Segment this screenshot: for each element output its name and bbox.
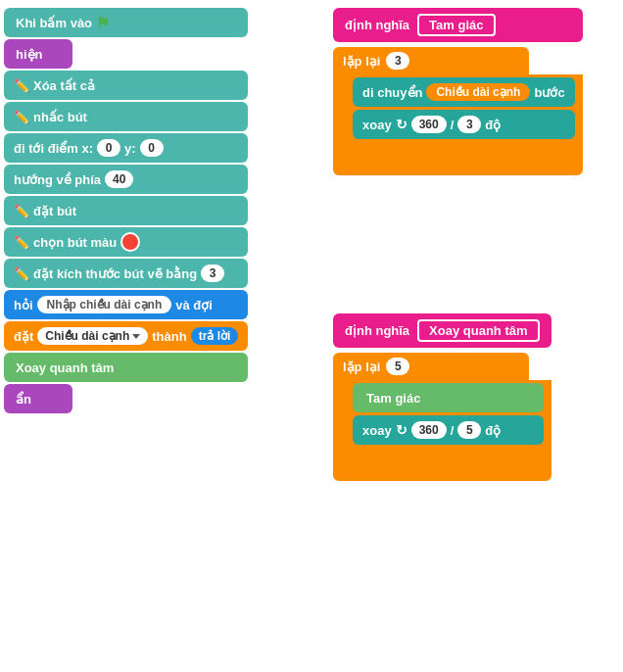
define-rotate-section: định nghĩa Xoay quanh tâm lặp lại 5 Tam …: [333, 313, 551, 481]
set-variable-block[interactable]: đặt Chiều dài cạnh thành trả lời: [4, 321, 248, 351]
pen-up-label: nhấc bút: [33, 110, 87, 124]
return-arrow-bottom: ↩: [515, 452, 542, 477]
when-flag-clicked-block[interactable]: Khi bấm vào ⚑: [4, 8, 248, 37]
set-pen-color-block[interactable]: ✏️ chọn bút màu: [4, 227, 248, 257]
loop-rotate-wrapper: lặp lại 5 Tam giác xoay ↻ 360 / 5 độ: [333, 353, 551, 481]
turn-bottom-den[interactable]: 5: [457, 421, 481, 439]
move-label: di chuyển: [362, 85, 422, 100]
point-direction-block[interactable]: hướng về phía 40: [4, 165, 248, 194]
turn-top-num[interactable]: 360: [411, 116, 447, 133]
flag-icon: ⚑: [96, 14, 110, 32]
loop-bottom-count[interactable]: 5: [386, 358, 409, 375]
pen-size-label: đặt kích thước bút vẽ bằng: [33, 266, 197, 281]
set-pen-size-block[interactable]: ✏️ đặt kích thước bút vẽ bằng 3: [4, 259, 248, 288]
slash-top: /: [451, 118, 455, 132]
hide-block[interactable]: ẩn: [4, 384, 72, 413]
loop-triangle-header[interactable]: lặp lại 3: [333, 47, 529, 74]
rotate-center-label: Xoay quanh tâm: [16, 360, 114, 375]
rotate-center-block[interactable]: Xoay quanh tâm: [4, 353, 248, 382]
define-triangle-block[interactable]: định nghĩa Tam giác: [333, 8, 583, 42]
pencil-icon-9: ✏️: [14, 266, 29, 281]
set-middle: thành: [152, 329, 186, 344]
move-suffix: bước: [534, 85, 564, 100]
y-label: y:: [124, 141, 136, 156]
loop-triangle-footer: ↩: [333, 142, 583, 175]
answer-input[interactable]: trả lời: [191, 327, 239, 345]
turn-bottom-label: xoay: [362, 423, 392, 438]
y-input[interactable]: 0: [140, 139, 164, 157]
define-rotate-block[interactable]: định nghĩa Xoay quanh tâm: [333, 313, 551, 348]
ask-suffix: và đợi: [175, 298, 213, 312]
loop-triangle-wrapper: lặp lại 3 di chuyển Chiều dài cạnh bước …: [333, 47, 583, 175]
set-label: đặt: [14, 329, 33, 344]
variable-name: Chiều dài cạnh: [45, 329, 129, 343]
move-block[interactable]: di chuyển Chiều dài cạnh bước: [353, 77, 575, 107]
chevron-down-icon: [132, 334, 140, 339]
call-triangle-block[interactable]: Tam giác: [353, 383, 544, 412]
pencil-icon-3: ✏️: [14, 78, 29, 93]
clear-block[interactable]: ✏️ Xóa tất cả: [4, 71, 248, 100]
pen-size-value[interactable]: 3: [201, 264, 224, 282]
loop-top-label: lặp lại: [343, 54, 380, 69]
triangle-name: Tam giác: [417, 14, 495, 36]
loop-rotate-footer: ↩: [333, 448, 551, 481]
goto-label: đi tới điểm x:: [14, 141, 93, 156]
turn-top-label: xoay: [362, 118, 392, 132]
pen-up-block[interactable]: ✏️ nhấc bút: [4, 102, 248, 131]
rotate-name: Xoay quanh tâm: [417, 319, 539, 342]
loop-bottom-label: lặp lại: [343, 360, 380, 374]
pen-color-label: chọn bút màu: [33, 235, 117, 250]
turn-top-den[interactable]: 3: [457, 116, 481, 133]
ask-input[interactable]: Nhập chiều dài cạnh: [37, 296, 172, 313]
turn-top-suffix: độ: [485, 118, 501, 132]
variable-dropdown[interactable]: Chiều dài cạnh: [37, 327, 148, 345]
turn-block-top[interactable]: xoay ↻ 360 / 3 độ: [353, 110, 575, 139]
direction-value[interactable]: 40: [105, 170, 133, 188]
show-label: hiện: [16, 47, 43, 62]
hide-label: ẩn: [16, 392, 31, 407]
turn-bottom-num[interactable]: 360: [411, 421, 447, 439]
left-column: Khi bấm vào ⚑ hiện ✏️ Xóa tất cả ✏️ nhấc…: [4, 8, 248, 413]
show-block[interactable]: hiện: [4, 39, 72, 69]
loop-rotate-body: Tam giác xoay ↻ 360 / 5 độ: [333, 380, 551, 448]
pencil-icon-4: ✏️: [14, 110, 29, 124]
pen-down-block[interactable]: ✏️ đặt bút: [4, 196, 248, 225]
when-label: Khi bấm vào: [16, 16, 92, 30]
clear-label: Xóa tất cả: [33, 78, 95, 93]
define-top-label: định nghĩa: [345, 18, 409, 32]
define-triangle-section: định nghĩa Tam giác lặp lại 3 di chuyển …: [333, 8, 583, 175]
turn-bottom-suffix: độ: [485, 423, 501, 438]
direction-label: hướng về phía: [14, 172, 101, 187]
pencil-icon-8: ✏️: [14, 235, 29, 250]
return-arrow-top: ↩: [547, 146, 573, 171]
define-bottom-label: định nghĩa: [345, 323, 409, 338]
loop-rotate-header[interactable]: lặp lại 5: [333, 353, 529, 380]
call-label: Tam giác: [366, 391, 420, 406]
color-swatch[interactable]: [120, 232, 140, 252]
move-value[interactable]: Chiều dài cạnh: [426, 83, 530, 101]
goto-block[interactable]: đi tới điểm x: 0 y: 0: [4, 133, 248, 163]
loop-top-count[interactable]: 3: [386, 52, 409, 70]
slash-bottom: /: [451, 423, 455, 438]
x-input[interactable]: 0: [97, 139, 120, 157]
ask-block[interactable]: hỏi Nhập chiều dài cạnh và đợi: [4, 290, 248, 319]
loop-triangle-body: di chuyển Chiều dài cạnh bước xoay ↻ 360…: [333, 74, 583, 142]
ask-label: hỏi: [14, 298, 33, 312]
rotate-icon-top: ↻: [396, 117, 407, 132]
pen-down-label: đặt bút: [33, 204, 76, 218]
blocks-workspace: Khi bấm vào ⚑ hiện ✏️ Xóa tất cả ✏️ nhấc…: [0, 0, 623, 672]
turn-block-bottom[interactable]: xoay ↻ 360 / 5 độ: [353, 415, 544, 445]
pencil-icon-7: ✏️: [14, 204, 29, 218]
rotate-icon-bottom: ↻: [396, 422, 407, 438]
